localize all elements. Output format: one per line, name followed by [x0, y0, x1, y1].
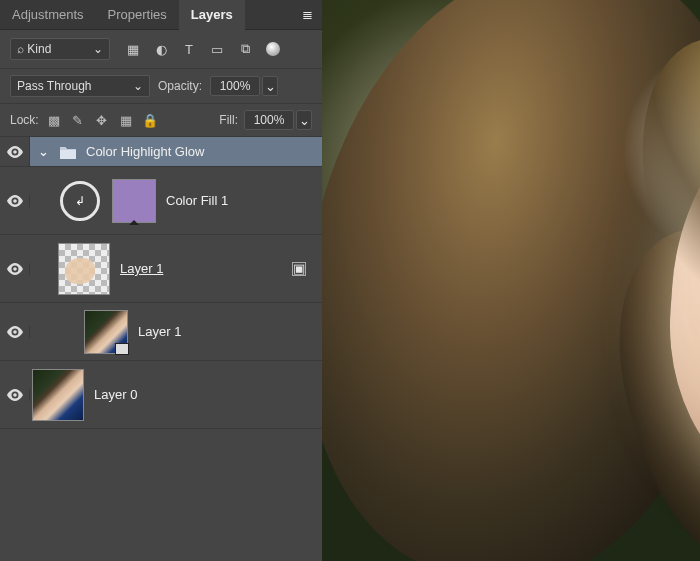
chevron-down-icon: ⌄ [133, 79, 143, 93]
filter-shape-icon[interactable]: ▭ [208, 40, 226, 58]
svg-point-4 [13, 393, 17, 397]
fill-stepper[interactable]: ⌄ [296, 110, 312, 130]
chevron-down-icon: ⌄ [93, 42, 103, 56]
visibility-toggle[interactable] [0, 195, 30, 207]
lock-position-icon[interactable]: ✥ [93, 111, 111, 129]
lock-transparency-icon[interactable]: ▩ [45, 111, 63, 129]
tab-properties[interactable]: Properties [96, 0, 179, 30]
panel-tabs: Adjustments Properties Layers ≣ [0, 0, 322, 30]
visibility-toggle[interactable] [0, 326, 30, 338]
layer-thumb-smart[interactable] [58, 243, 110, 295]
layer-name[interactable]: Layer 1 [120, 261, 163, 276]
chevron-down-icon: ⌄ [265, 79, 276, 94]
filter-kind-select[interactable]: ⌕ Kind ⌄ [10, 38, 110, 60]
opacity-label: Opacity: [158, 79, 202, 93]
clip-indicator: ↲ [58, 179, 102, 223]
group-expand-toggle[interactable]: ⌄ [36, 144, 50, 159]
filter-type-icon[interactable]: T [180, 40, 198, 58]
lock-all-icon[interactable]: 🔒 [141, 111, 159, 129]
svg-point-2 [13, 267, 17, 271]
fill-value-input[interactable]: 100% [244, 110, 294, 130]
document-canvas[interactable] [322, 0, 700, 561]
eye-icon [7, 146, 23, 158]
eye-icon [7, 389, 23, 401]
svg-point-0 [13, 150, 17, 154]
menu-icon: ≣ [302, 7, 313, 22]
layer-thumb[interactable] [32, 369, 84, 421]
folder-icon [60, 145, 76, 159]
chevron-down-icon: ⌄ [38, 144, 49, 159]
tab-layers[interactable]: Layers [179, 0, 245, 30]
svg-point-3 [13, 330, 17, 334]
svg-point-1 [13, 199, 17, 203]
visibility-toggle[interactable] [0, 389, 30, 401]
lock-label: Lock: [10, 113, 39, 127]
layer-filter-row: ⌕ Kind ⌄ ▦ ◐ T ▭ ⧉ [0, 30, 322, 69]
chevron-down-icon: ⌄ [299, 113, 310, 128]
layer-row-color-fill[interactable]: ↲ Color Fill 1 [0, 167, 322, 235]
filter-kind-label: Kind [27, 42, 51, 56]
blend-mode-value: Pass Through [17, 79, 92, 93]
layers-list: ⌄ Color Highlight Glow ↲ Color Fill 1 [0, 137, 322, 561]
layers-panel: Adjustments Properties Layers ≣ ⌕ Kind ⌄… [0, 0, 322, 561]
visibility-toggle[interactable] [0, 263, 30, 275]
smartobject-badge-icon: ▣ [292, 262, 306, 276]
filter-toggle-icon[interactable] [264, 40, 282, 58]
lock-pixels-icon[interactable]: ✎ [69, 111, 87, 129]
fill-label: Fill: [219, 113, 238, 127]
layer-name[interactable]: Color Fill 1 [166, 193, 228, 208]
search-icon: ⌕ [17, 42, 24, 56]
filter-pixel-icon[interactable]: ▦ [124, 40, 142, 58]
layer-row-layer0[interactable]: Layer 0 [0, 361, 322, 429]
opacity-stepper[interactable]: ⌄ [262, 76, 278, 96]
eye-icon [7, 195, 23, 207]
visibility-toggle[interactable] [0, 137, 30, 166]
smartobject-mark-icon [115, 343, 129, 355]
eye-icon [7, 263, 23, 275]
opacity-value-input[interactable]: 100% [210, 76, 260, 96]
layer-row-layer1-smart[interactable]: Layer 1 ▣ [0, 235, 322, 303]
lock-row: Lock: ▩ ✎ ✥ ▦ 🔒 Fill: 100% ⌄ [0, 104, 322, 137]
clip-arrow-icon: ↲ [75, 194, 85, 208]
blend-row: Pass Through ⌄ Opacity: 100% ⌄ [0, 69, 322, 104]
layer-row-layer1[interactable]: Layer 1 [0, 303, 322, 361]
eye-icon [7, 326, 23, 338]
blend-mode-select[interactable]: Pass Through ⌄ [10, 75, 150, 97]
filter-adjustment-icon[interactable]: ◐ [152, 40, 170, 58]
layer-thumb[interactable] [84, 310, 128, 354]
group-name[interactable]: Color Highlight Glow [86, 144, 205, 159]
layer-name[interactable]: Layer 0 [94, 387, 137, 402]
layer-group-row[interactable]: ⌄ Color Highlight Glow [0, 137, 322, 167]
layer-thumb-fill[interactable] [112, 179, 156, 223]
layer-name[interactable]: Layer 1 [138, 324, 181, 339]
filter-smartobject-icon[interactable]: ⧉ [236, 40, 254, 58]
lock-artboard-icon[interactable]: ▦ [117, 111, 135, 129]
panel-menu-icon[interactable]: ≣ [292, 0, 322, 30]
tab-adjustments[interactable]: Adjustments [0, 0, 96, 30]
